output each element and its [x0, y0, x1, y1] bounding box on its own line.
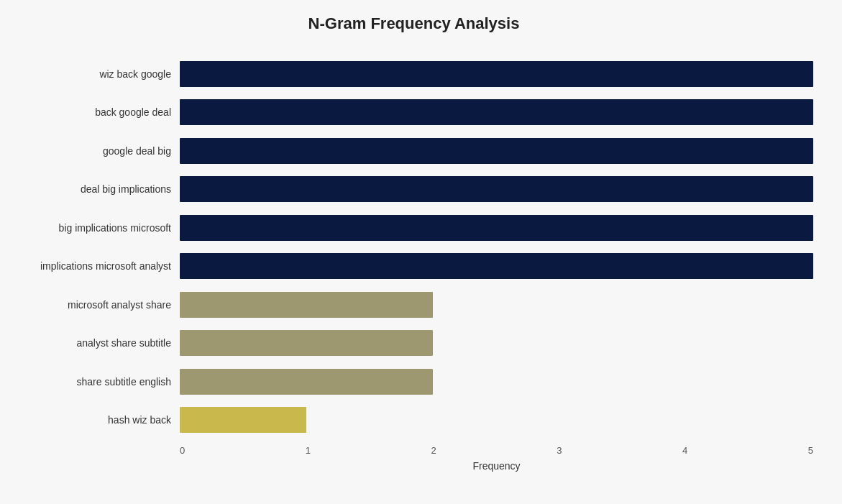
- x-axis: 012345: [180, 439, 813, 456]
- bar-fill: [180, 176, 813, 202]
- bars-section: wiz back googleback google dealgoogle de…: [14, 55, 813, 439]
- x-tick: 3: [557, 445, 562, 456]
- x-tick: 4: [682, 445, 687, 456]
- x-axis-label: Frequency: [180, 460, 813, 472]
- bar-fill: [180, 369, 433, 395]
- bar-track: [180, 61, 813, 87]
- bar-row: big implications microsoft: [14, 209, 813, 247]
- bar-track: [180, 292, 813, 318]
- bar-row: share subtitle english: [14, 362, 813, 401]
- bar-fill: [180, 99, 813, 125]
- bar-row: hash wiz back: [14, 401, 813, 440]
- bar-label: back google deal: [14, 106, 180, 118]
- x-tick: 2: [431, 445, 436, 456]
- bar-label: share subtitle english: [14, 376, 180, 388]
- bar-track: [180, 215, 813, 241]
- bar-row: microsoft analyst share: [14, 285, 813, 324]
- bar-track: [180, 369, 813, 395]
- bar-label: wiz back google: [14, 68, 180, 80]
- bar-row: analyst share subtitle: [14, 324, 813, 363]
- bar-track: [180, 138, 813, 164]
- bar-label: big implications microsoft: [14, 222, 180, 234]
- bar-row: deal big implications: [14, 170, 813, 209]
- bar-fill: [180, 138, 813, 164]
- bar-fill: [180, 330, 433, 356]
- bar-fill: [180, 407, 306, 433]
- bar-track: [180, 330, 813, 356]
- chart-container: N-Gram Frequency Analysis wiz back googl…: [0, 0, 842, 504]
- x-tick: 1: [306, 445, 311, 456]
- bar-row: back google deal: [14, 93, 813, 132]
- bar-row: implications microsoft analyst: [14, 247, 813, 286]
- x-axis-ticks: 012345: [180, 445, 813, 456]
- x-tick: 0: [180, 445, 185, 456]
- x-tick: 5: [808, 445, 813, 456]
- bar-track: [180, 253, 813, 279]
- bar-row: google deal big: [14, 132, 813, 170]
- bar-label: analyst share subtitle: [14, 337, 180, 349]
- chart-area: wiz back googleback google dealgoogle de…: [14, 55, 813, 472]
- bar-fill: [180, 292, 433, 318]
- bar-fill: [180, 61, 813, 87]
- chart-title: N-Gram Frequency Analysis: [14, 14, 813, 33]
- bar-fill: [180, 215, 813, 241]
- bar-label: hash wiz back: [14, 414, 180, 426]
- bar-label: implications microsoft analyst: [14, 260, 180, 272]
- bar-row: wiz back google: [14, 55, 813, 93]
- bar-track: [180, 99, 813, 125]
- bar-label: microsoft analyst share: [14, 299, 180, 311]
- bar-fill: [180, 253, 813, 279]
- bar-track: [180, 407, 813, 433]
- bar-track: [180, 176, 813, 202]
- bar-label: google deal big: [14, 145, 180, 157]
- bar-label: deal big implications: [14, 183, 180, 195]
